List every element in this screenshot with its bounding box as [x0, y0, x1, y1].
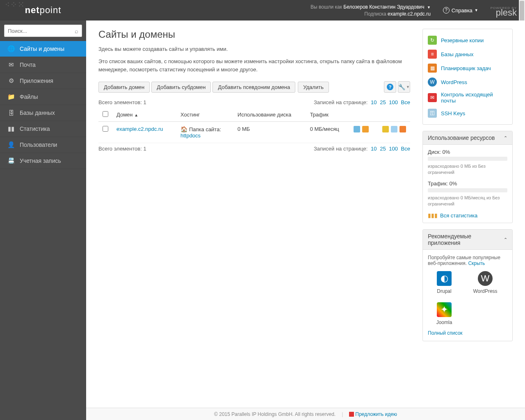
col-disk[interactable]: Использование диска: [233, 108, 306, 122]
app-icon: W: [478, 271, 493, 286]
caret-down-icon: ▼: [427, 5, 431, 9]
tool-icon: ⚿: [428, 109, 437, 118]
col-traffic[interactable]: Трафик: [306, 108, 349, 122]
plesk-brand: POWERED BY plesk: [491, 6, 517, 15]
perpage-10[interactable]: 10: [371, 99, 377, 105]
perpage-100[interactable]: 100: [389, 99, 398, 105]
select-all-checkbox[interactable]: [103, 111, 108, 117]
perpage-Все[interactable]: Все: [401, 99, 410, 105]
logo-text: netpoint: [25, 5, 62, 16]
sidebar-item-1[interactable]: ✉Почта: [0, 57, 86, 73]
sidebar-item-3[interactable]: 📁Файлы: [0, 89, 86, 105]
card-icon: 📇: [7, 157, 15, 164]
disk-bar: [428, 157, 507, 161]
logo[interactable]: ⁖⁘⁙ netpoint: [0, 0, 86, 21]
help-icon: ?: [443, 7, 450, 14]
tool-link-1[interactable]: ≡Базы данных: [428, 47, 507, 61]
flag-icon: [349, 412, 354, 417]
question-icon: ?: [387, 84, 393, 90]
full-list-link[interactable]: Полный список: [428, 330, 463, 336]
caret-down-icon: ▼: [406, 85, 410, 89]
settings-button[interactable]: 🔧▼: [398, 81, 410, 93]
domain-link[interactable]: example.c2.npdc.ru: [116, 126, 163, 132]
app-icon: ✦: [437, 302, 452, 317]
intro-2: Это список ваших сайтов, с помощью котор…: [98, 57, 410, 74]
apps-header[interactable]: Рекомендуемые приложения ⌃: [423, 230, 512, 250]
perpage-25[interactable]: 25: [380, 146, 386, 152]
resources-header[interactable]: Использование ресурсов ⌃: [423, 131, 512, 145]
db-icon: 🗄: [7, 109, 15, 116]
table-row: example.c2.npdc.ru🏠Папка сайта:httpdocs0…: [98, 122, 410, 143]
user-name: Белозеров Константин Эдуардович: [343, 4, 424, 10]
sort-asc-icon: ▲: [134, 113, 138, 117]
tool-link-3[interactable]: WWordPress: [428, 75, 507, 89]
add-subdomain-button[interactable]: Добавить субдомен: [151, 82, 211, 93]
subscription-value: example.c2.npdc.ru: [388, 11, 431, 17]
folder-icon: 📁: [7, 93, 15, 100]
row-checkbox[interactable]: [103, 126, 108, 132]
chart-icon: ▮▮: [7, 125, 15, 132]
doc-icon[interactable]: [391, 126, 397, 132]
tool-link-5[interactable]: ⚿SSH Keys: [428, 106, 507, 120]
app-wordpress[interactable]: WWordPress: [469, 271, 502, 294]
tool-icon: ↻: [428, 36, 437, 45]
resources-panel: Использование ресурсов ⌃ Диск: 0% израсх…: [422, 131, 513, 223]
domains-table: Домен ▲ Хостинг Использование диска Траф…: [98, 108, 410, 143]
perpage-10[interactable]: 10: [371, 146, 377, 152]
help-link[interactable]: ? Справка ▼: [443, 7, 478, 14]
sidebar-item-2[interactable]: ⚙Приложения: [0, 73, 86, 89]
col-hosting[interactable]: Хостинг: [176, 108, 233, 122]
caret-down-icon: ▼: [475, 8, 478, 12]
gear-icon: ⚙: [7, 77, 15, 84]
intro-1: Здесь вы можете создавать сайты и управл…: [98, 45, 410, 53]
tool-icon: ✉: [428, 93, 437, 102]
sidebar: ⌕ 🌐Сайты и домены✉Почта⚙Приложения📁Файлы…: [0, 21, 86, 420]
tool-link-2[interactable]: ▦Планировщик задач: [428, 61, 507, 75]
search-icon[interactable]: ⌕: [75, 27, 78, 34]
preview-icon[interactable]: [354, 126, 360, 132]
sidebar-item-6[interactable]: 👤Пользователи: [0, 137, 86, 153]
flag-icon[interactable]: [399, 126, 406, 132]
user-icon: 👤: [7, 141, 15, 148]
perpage-bottom: Записей на странице: 10 25 100 Все: [314, 146, 410, 152]
perpage-100[interactable]: 100: [389, 146, 398, 152]
mail-icon: ✉: [7, 61, 15, 68]
sidebar-item-7[interactable]: 📇Учетная запись: [0, 153, 86, 169]
tool-icon: ▦: [428, 64, 437, 73]
suggest-link[interactable]: Предложить идею: [349, 411, 397, 417]
hide-apps-link[interactable]: Скрыть: [468, 260, 485, 266]
list-meta-bottom: Всего элементов: 1 Записей на странице: …: [98, 143, 410, 154]
disk-cell: 0 МБ: [233, 122, 306, 143]
copyright: © 2015 Parallels IP Holdings GmbH. All r…: [214, 411, 336, 417]
perpage-Все[interactable]: Все: [401, 146, 410, 152]
wrench-icon: 🔧: [398, 84, 405, 90]
app-joomla[interactable]: ✦Joomla: [428, 302, 461, 325]
add-domain-button[interactable]: Добавить домен: [98, 82, 150, 93]
add-alias-button[interactable]: Добавить псевдоним домена: [212, 82, 295, 93]
files-icon[interactable]: [362, 126, 369, 132]
tool-link-0[interactable]: ↻Резервные копии: [428, 33, 507, 47]
tool-link-4[interactable]: ✉Контроль исходящей почты: [428, 89, 507, 106]
app-icon: ◐: [437, 271, 452, 286]
help-hint-button[interactable]: ?: [384, 81, 396, 93]
perpage-25[interactable]: 25: [380, 99, 386, 105]
hosting-path-link[interactable]: httpdocs: [180, 132, 201, 139]
stats-icon[interactable]: [382, 126, 389, 132]
main-area: Сайты и домены Здесь вы можете создавать…: [86, 21, 525, 408]
chevron-up-icon: ⌃: [504, 237, 507, 242]
page-title: Сайты и домены: [98, 29, 410, 40]
sidebar-item-5[interactable]: ▮▮Статистика: [0, 121, 86, 137]
traffic-label: Трафик: 0%: [428, 180, 507, 187]
search-input[interactable]: [8, 28, 75, 34]
traffic-text: израсходовано 0 МБ/месяц из Без ограниче…: [428, 195, 507, 207]
app-drupal[interactable]: ◐Drupal: [428, 271, 461, 294]
sidebar-item-0[interactable]: 🌐Сайты и домены: [0, 41, 86, 57]
bars-icon: ▮▮▮: [428, 212, 438, 219]
user-block[interactable]: Вы вошли как Белозеров Константин Эдуард…: [310, 4, 431, 17]
sidebar-item-4[interactable]: 🗄Базы данных: [0, 105, 86, 121]
search-box[interactable]: ⌕: [4, 25, 82, 37]
all-stats-link[interactable]: ▮▮▮ Вся статистика: [428, 212, 507, 219]
delete-button[interactable]: Удалить: [298, 82, 329, 93]
col-domain[interactable]: Домен ▲: [112, 108, 176, 122]
logo-dots-icon: ⁖⁘⁙: [5, 2, 25, 7]
